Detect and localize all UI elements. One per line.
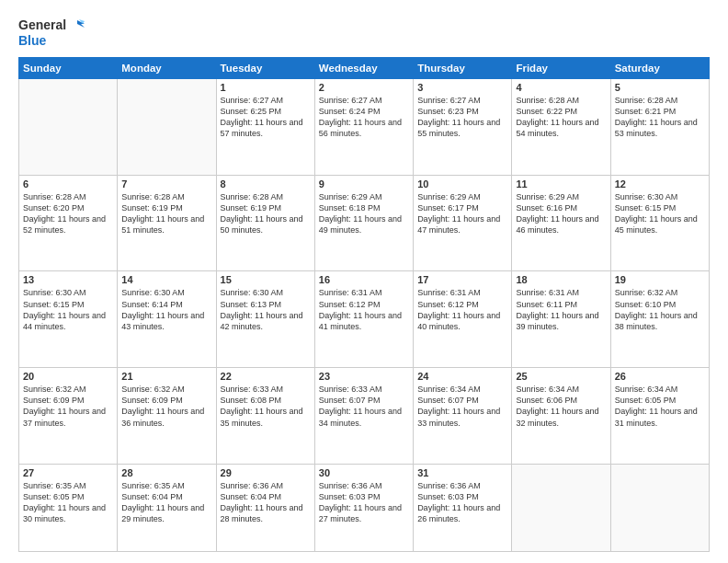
- week-row-3: 13Sunrise: 6:30 AMSunset: 6:15 PMDayligh…: [19, 271, 710, 368]
- day-cell: 8Sunrise: 6:28 AMSunset: 6:19 PMDaylight…: [216, 175, 314, 271]
- cell-info: Sunrise: 6:30 AMSunset: 6:13 PMDaylight:…: [221, 287, 311, 332]
- cell-info: Sunrise: 6:32 AMSunset: 6:09 PMDaylight:…: [121, 384, 211, 429]
- cell-info: Sunrise: 6:27 AMSunset: 6:25 PMDaylight:…: [221, 95, 311, 140]
- day-cell: 19Sunrise: 6:32 AMSunset: 6:10 PMDayligh…: [610, 271, 709, 368]
- logo-bird-icon: [68, 17, 85, 33]
- day-number: 7: [121, 178, 211, 190]
- day-number: 31: [417, 467, 507, 478]
- day-number: 9: [319, 178, 409, 190]
- cell-info: Sunrise: 6:28 AMSunset: 6:21 PMDaylight:…: [615, 95, 705, 140]
- day-number: 22: [221, 371, 311, 382]
- logo: General Blue: [18, 17, 85, 48]
- cell-info: Sunrise: 6:29 AMSunset: 6:17 PMDaylight:…: [417, 191, 507, 236]
- week-row-4: 20Sunrise: 6:32 AMSunset: 6:09 PMDayligh…: [19, 368, 710, 465]
- day-cell: 21Sunrise: 6:32 AMSunset: 6:09 PMDayligh…: [118, 368, 216, 465]
- day-cell: 9Sunrise: 6:29 AMSunset: 6:18 PMDaylight…: [314, 175, 413, 271]
- weekday-header-saturday: Saturday: [610, 58, 709, 79]
- day-number: 12: [615, 178, 705, 190]
- cell-info: Sunrise: 6:28 AMSunset: 6:19 PMDaylight:…: [221, 191, 311, 236]
- cell-info: Sunrise: 6:31 AMSunset: 6:11 PMDaylight:…: [516, 287, 606, 332]
- cell-info: Sunrise: 6:36 AMSunset: 6:03 PMDaylight:…: [319, 480, 409, 525]
- logo-general: General: [18, 17, 66, 32]
- day-cell: 27Sunrise: 6:35 AMSunset: 6:05 PMDayligh…: [19, 464, 118, 551]
- day-cell: 11Sunrise: 6:29 AMSunset: 6:16 PMDayligh…: [512, 175, 610, 271]
- day-cell: 3Sunrise: 6:27 AMSunset: 6:23 PMDaylight…: [414, 79, 512, 176]
- cell-info: Sunrise: 6:28 AMSunset: 6:22 PMDaylight:…: [516, 95, 606, 140]
- day-cell: 18Sunrise: 6:31 AMSunset: 6:11 PMDayligh…: [512, 271, 610, 368]
- week-row-2: 6Sunrise: 6:28 AMSunset: 6:20 PMDaylight…: [19, 175, 710, 271]
- weekday-header-row: SundayMondayTuesdayWednesdayThursdayFrid…: [19, 58, 710, 79]
- day-number: 30: [319, 467, 409, 478]
- day-number: 11: [516, 178, 606, 190]
- cell-info: Sunrise: 6:32 AMSunset: 6:10 PMDaylight:…: [615, 287, 705, 332]
- calendar-table: SundayMondayTuesdayWednesdayThursdayFrid…: [18, 57, 710, 552]
- day-number: 26: [615, 371, 705, 382]
- day-number: 20: [23, 371, 113, 382]
- day-cell: 31Sunrise: 6:36 AMSunset: 6:03 PMDayligh…: [414, 464, 512, 551]
- weekday-header-thursday: Thursday: [414, 58, 512, 79]
- header: General Blue: [18, 17, 710, 48]
- cell-info: Sunrise: 6:35 AMSunset: 6:04 PMDaylight:…: [121, 480, 211, 525]
- day-number: 21: [121, 371, 211, 382]
- day-cell: 26Sunrise: 6:34 AMSunset: 6:05 PMDayligh…: [610, 368, 709, 465]
- week-row-5: 27Sunrise: 6:35 AMSunset: 6:05 PMDayligh…: [19, 464, 710, 551]
- day-cell: [19, 79, 118, 176]
- cell-info: Sunrise: 6:30 AMSunset: 6:15 PMDaylight:…: [615, 191, 705, 236]
- day-cell: 14Sunrise: 6:30 AMSunset: 6:14 PMDayligh…: [118, 271, 216, 368]
- day-cell: 17Sunrise: 6:31 AMSunset: 6:12 PMDayligh…: [414, 271, 512, 368]
- day-cell: 15Sunrise: 6:30 AMSunset: 6:13 PMDayligh…: [216, 271, 314, 368]
- day-number: 15: [221, 274, 311, 285]
- cell-info: Sunrise: 6:27 AMSunset: 6:24 PMDaylight:…: [319, 95, 409, 140]
- day-number: 3: [417, 82, 507, 93]
- day-cell: 29Sunrise: 6:36 AMSunset: 6:04 PMDayligh…: [216, 464, 314, 551]
- cell-info: Sunrise: 6:28 AMSunset: 6:19 PMDaylight:…: [121, 191, 211, 236]
- week-row-1: 1Sunrise: 6:27 AMSunset: 6:25 PMDaylight…: [19, 79, 710, 176]
- day-cell: 1Sunrise: 6:27 AMSunset: 6:25 PMDaylight…: [216, 79, 314, 176]
- cell-info: Sunrise: 6:36 AMSunset: 6:03 PMDaylight:…: [417, 480, 507, 525]
- cell-info: Sunrise: 6:35 AMSunset: 6:05 PMDaylight:…: [23, 480, 113, 525]
- day-number: 13: [23, 274, 113, 285]
- cell-info: Sunrise: 6:36 AMSunset: 6:04 PMDaylight:…: [221, 480, 311, 525]
- day-cell: 10Sunrise: 6:29 AMSunset: 6:17 PMDayligh…: [414, 175, 512, 271]
- cell-info: Sunrise: 6:30 AMSunset: 6:15 PMDaylight:…: [23, 287, 113, 332]
- day-number: 1: [221, 82, 311, 93]
- weekday-header-friday: Friday: [512, 58, 610, 79]
- day-number: 8: [221, 178, 311, 190]
- weekday-header-tuesday: Tuesday: [216, 58, 314, 79]
- day-number: 28: [121, 467, 211, 478]
- cell-info: Sunrise: 6:28 AMSunset: 6:20 PMDaylight:…: [23, 191, 113, 236]
- day-cell: 16Sunrise: 6:31 AMSunset: 6:12 PMDayligh…: [314, 271, 413, 368]
- day-cell: 30Sunrise: 6:36 AMSunset: 6:03 PMDayligh…: [314, 464, 413, 551]
- day-cell: 22Sunrise: 6:33 AMSunset: 6:08 PMDayligh…: [216, 368, 314, 465]
- day-number: 4: [516, 82, 606, 93]
- cell-info: Sunrise: 6:29 AMSunset: 6:16 PMDaylight:…: [516, 191, 606, 236]
- day-cell: 2Sunrise: 6:27 AMSunset: 6:24 PMDaylight…: [314, 79, 413, 176]
- day-cell: 6Sunrise: 6:28 AMSunset: 6:20 PMDaylight…: [19, 175, 118, 271]
- day-number: 19: [615, 274, 705, 285]
- day-number: 29: [221, 467, 311, 478]
- cell-info: Sunrise: 6:33 AMSunset: 6:08 PMDaylight:…: [221, 384, 311, 429]
- weekday-header-monday: Monday: [118, 58, 216, 79]
- logo-blue: Blue: [18, 33, 46, 48]
- cell-info: Sunrise: 6:29 AMSunset: 6:18 PMDaylight:…: [319, 191, 409, 236]
- weekday-header-sunday: Sunday: [19, 58, 118, 79]
- day-number: 6: [23, 178, 113, 190]
- cell-info: Sunrise: 6:33 AMSunset: 6:07 PMDaylight:…: [319, 384, 409, 429]
- cell-info: Sunrise: 6:34 AMSunset: 6:07 PMDaylight:…: [417, 384, 507, 429]
- cell-info: Sunrise: 6:27 AMSunset: 6:23 PMDaylight:…: [417, 95, 507, 140]
- day-cell: [512, 464, 610, 551]
- cell-info: Sunrise: 6:31 AMSunset: 6:12 PMDaylight:…: [417, 287, 507, 332]
- day-number: 16: [319, 274, 409, 285]
- cell-info: Sunrise: 6:34 AMSunset: 6:06 PMDaylight:…: [516, 384, 606, 429]
- day-cell: 25Sunrise: 6:34 AMSunset: 6:06 PMDayligh…: [512, 368, 610, 465]
- cell-info: Sunrise: 6:34 AMSunset: 6:05 PMDaylight:…: [615, 384, 705, 429]
- day-cell: 7Sunrise: 6:28 AMSunset: 6:19 PMDaylight…: [118, 175, 216, 271]
- day-number: 5: [615, 82, 705, 93]
- day-number: 24: [417, 371, 507, 382]
- day-number: 27: [23, 467, 113, 478]
- day-number: 10: [417, 178, 507, 190]
- weekday-header-wednesday: Wednesday: [314, 58, 413, 79]
- day-number: 2: [319, 82, 409, 93]
- day-cell: 4Sunrise: 6:28 AMSunset: 6:22 PMDaylight…: [512, 79, 610, 176]
- day-cell: 20Sunrise: 6:32 AMSunset: 6:09 PMDayligh…: [19, 368, 118, 465]
